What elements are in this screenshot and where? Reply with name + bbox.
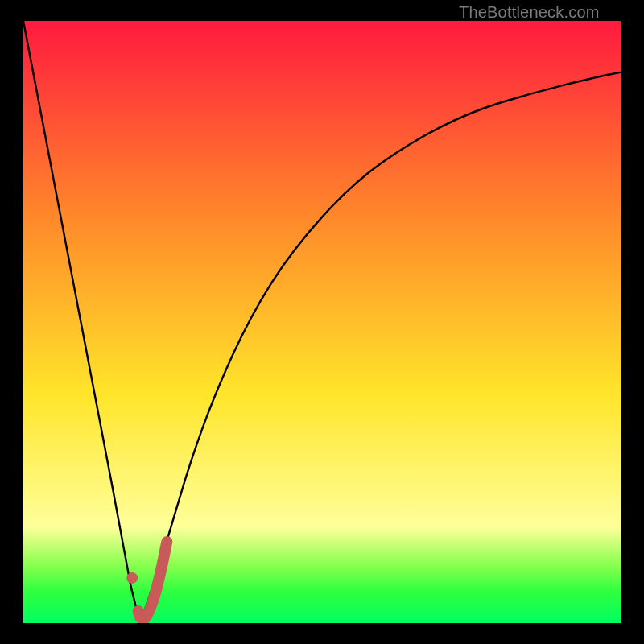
watermark-text: TheBottleneck.com — [459, 3, 600, 22]
svg-rect-0 — [23, 21, 621, 623]
chart-stage: TheBottleneck.com — [0, 0, 644, 644]
background-gradient — [23, 21, 621, 623]
plot-inner — [23, 21, 621, 623]
